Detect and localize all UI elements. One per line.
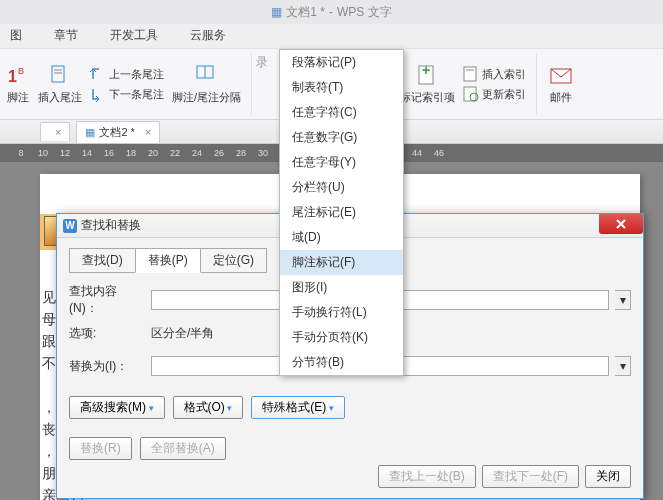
next-endnote-button[interactable]: 下一条尾注 — [90, 86, 164, 102]
find-prev-button[interactable]: 查找上一处(B) — [378, 465, 476, 488]
prev-arrow-icon — [90, 66, 106, 82]
footnote-icon: 1B — [6, 64, 30, 88]
find-next-button[interactable]: 查找下一处(F) — [482, 465, 579, 488]
replace-label: 替换为(I)： — [69, 358, 145, 375]
ruler-mark: 22 — [164, 148, 186, 158]
menu-item[interactable]: 脚注标记(F) — [280, 250, 403, 275]
menu-item[interactable]: 任意字符(C) — [280, 100, 403, 125]
window-titlebar: ▦ 文档1 * - WPS 文字 — [0, 0, 663, 24]
doc-tab-active[interactable]: ▦ 文档2 * × — [76, 121, 160, 143]
app-name: WPS 文字 — [337, 4, 392, 21]
menu-item[interactable]: 手动换行符(L) — [280, 300, 403, 325]
ruler-mark: 46 — [428, 148, 450, 158]
separator-icon — [195, 64, 219, 88]
insert-endnote-button[interactable]: 插入尾注 — [38, 64, 82, 105]
special-format-menu: 段落标记(P)制表符(T)任意字符(C)任意数字(G)任意字母(Y)分栏符(U)… — [279, 49, 404, 376]
footnote-button[interactable]: 1B 脚注 — [6, 64, 30, 105]
format-button[interactable]: 格式(O) — [173, 396, 244, 419]
menu-item[interactable]: 手动分页符(K) — [280, 325, 403, 350]
svg-text:+: + — [422, 64, 430, 78]
svg-rect-2 — [52, 66, 64, 82]
ruler-mark: 12 — [54, 148, 76, 158]
record-cutoff: 录 — [256, 54, 268, 71]
insert-index-button[interactable]: 插入索引 — [463, 66, 526, 82]
menu-item[interactable]: 分栏符(U) — [280, 175, 403, 200]
menu-item[interactable]: 分节符(B) — [280, 350, 403, 375]
tab-find[interactable]: 查找(D) — [69, 248, 136, 273]
mail-button[interactable]: 邮件 — [549, 64, 573, 105]
ruler-mark: 18 — [120, 148, 142, 158]
insert-index-icon — [463, 66, 479, 82]
ruler-mark: 26 — [208, 148, 230, 158]
doc-icon: ▦ — [85, 126, 95, 139]
tab-close-icon[interactable]: × — [55, 126, 61, 138]
svg-text:B: B — [18, 66, 24, 76]
replace-button[interactable]: 替换(R) — [69, 437, 132, 460]
ruler-mark: 8 — [10, 148, 32, 158]
menu-item[interactable]: 任意字母(Y) — [280, 150, 403, 175]
mark-index-icon: + — [416, 64, 440, 88]
find-dropdown[interactable]: ▾ — [615, 290, 631, 310]
ribbon-tab[interactable]: 云服务 — [184, 23, 232, 48]
close-icon — [615, 218, 627, 230]
options-value: 区分全/半角 — [151, 325, 214, 342]
mark-index-button[interactable]: + 标记索引项 — [400, 64, 455, 105]
ruler-mark: 30 — [252, 148, 274, 158]
prev-endnote-button[interactable]: 上一条尾注 — [90, 66, 164, 82]
ribbon-tabs: 图 章节 开发工具 云服务 — [0, 24, 663, 48]
doc-title: 文档1 * — [286, 4, 325, 21]
doc-icon: ▦ — [271, 5, 282, 19]
ruler-mark: 14 — [76, 148, 98, 158]
svg-rect-9 — [464, 67, 476, 81]
ruler-mark: 20 — [142, 148, 164, 158]
ruler-mark: 24 — [186, 148, 208, 158]
close-button[interactable]: 关闭 — [585, 465, 631, 488]
ruler-mark: 16 — [98, 148, 120, 158]
next-arrow-icon — [90, 86, 106, 102]
menu-item[interactable]: 域(D) — [280, 225, 403, 250]
menu-item[interactable]: 段落标记(P) — [280, 50, 403, 75]
options-label: 选项: — [69, 325, 145, 342]
mail-icon — [549, 64, 573, 88]
ruler-mark: 10 — [32, 148, 54, 158]
wps-logo-icon: W — [63, 219, 77, 233]
dialog-title-text: 查找和替换 — [81, 217, 141, 234]
ribbon-tab[interactable]: 图 — [4, 23, 28, 48]
ruler-mark: 28 — [230, 148, 252, 158]
menu-item[interactable]: 任意数字(G) — [280, 125, 403, 150]
menu-item[interactable]: 图形(I) — [280, 275, 403, 300]
update-index-icon — [463, 86, 479, 102]
svg-text:1: 1 — [8, 68, 17, 85]
ribbon-tab[interactable]: 开发工具 — [104, 23, 164, 48]
footnote-separator-button[interactable]: 脚注/尾注分隔 — [172, 64, 241, 105]
tab-close-icon[interactable]: × — [145, 126, 151, 138]
menu-item[interactable]: 制表符(T) — [280, 75, 403, 100]
tab-goto[interactable]: 定位(G) — [200, 248, 267, 273]
dialog-close-button[interactable] — [599, 214, 643, 234]
find-label: 查找内容(N)： — [69, 283, 145, 317]
replace-all-button[interactable]: 全部替换(A) — [140, 437, 226, 460]
update-index-button[interactable]: 更新索引 — [463, 86, 526, 102]
special-format-button[interactable]: 特殊格式(E) — [251, 396, 345, 419]
ruler-mark: 44 — [406, 148, 428, 158]
endnote-icon — [48, 64, 72, 88]
ribbon-tab[interactable]: 章节 — [48, 23, 84, 48]
doc-tab[interactable]: × — [40, 122, 70, 141]
advanced-search-button[interactable]: 高级搜索(M) — [69, 396, 165, 419]
tab-replace[interactable]: 替换(P) — [135, 248, 201, 273]
menu-item[interactable]: 尾注标记(E) — [280, 200, 403, 225]
replace-dropdown[interactable]: ▾ — [615, 356, 631, 376]
